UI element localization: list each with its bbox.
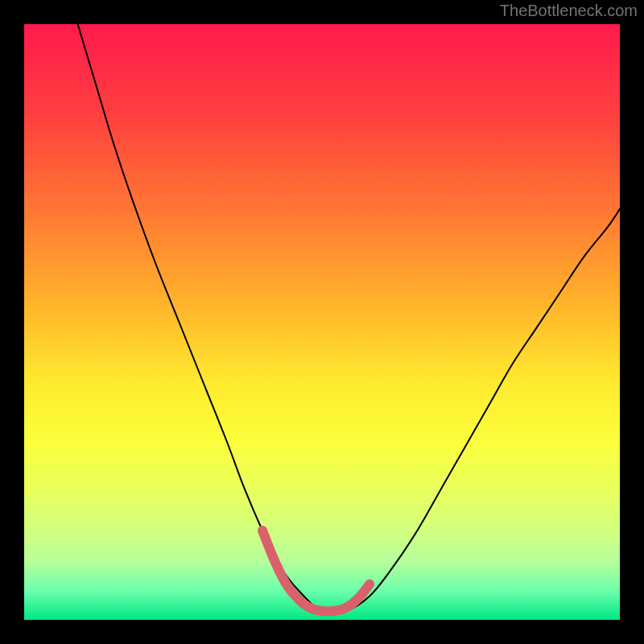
watermark-text: TheBottleneck.com: [500, 2, 638, 20]
bottleneck-curve-path: [78, 24, 620, 613]
optimal-region-highlight-path: [262, 530, 369, 611]
chart-frame: TheBottleneck.com: [0, 0, 644, 644]
chart-svg: [24, 24, 620, 620]
plot-area: [24, 24, 620, 620]
